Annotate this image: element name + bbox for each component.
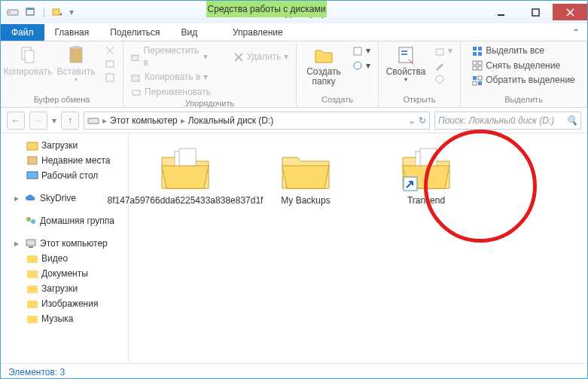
svg-rect-27 (473, 61, 477, 65)
tree-music[interactable]: Музыка (1, 311, 128, 326)
ribbon-toggle-icon[interactable]: ⌃ (565, 24, 587, 41)
tree-downloads[interactable]: Загрузки (1, 138, 128, 153)
rename-button[interactable]: Переименовать (129, 86, 212, 99)
paste-button[interactable]: Вставить▾ (55, 44, 97, 84)
refresh-icon[interactable]: ↻ (419, 115, 426, 126)
nav-bar: ← → ▾ ↑ ▸ Этот компьютер ▸ Локальный дис… (1, 108, 587, 133)
new-item-button[interactable]: ▾ (351, 44, 372, 58)
tree-documents[interactable]: Документы (1, 266, 128, 281)
group-select: Выделить все Снять выделение Обратить вы… (461, 41, 587, 107)
new-window-icon[interactable] (25, 6, 37, 18)
tree-videos[interactable]: Видео (1, 251, 128, 266)
item-count: Элементов: 3 (8, 367, 65, 377)
copy-path-button[interactable] (103, 58, 117, 70)
group-open: Свойства▾ ▾ Открыть (379, 41, 461, 107)
crumb-thispc[interactable]: Этот компьютер (110, 115, 178, 126)
tab-view[interactable]: Вид (170, 24, 208, 41)
svg-rect-28 (478, 61, 482, 65)
svg-rect-33 (478, 76, 482, 80)
rename-icon (131, 87, 142, 98)
svg-rect-14 (132, 75, 139, 81)
svg-rect-4 (53, 9, 59, 15)
folder-item[interactable]: Trancend (377, 147, 475, 206)
close-button[interactable] (553, 4, 587, 20)
search-icon: 🔍 (566, 115, 577, 126)
copy-to-button[interactable]: Копировать в ▾ (129, 71, 209, 84)
tab-share[interactable]: Поделиться (99, 24, 170, 41)
svg-rect-35 (88, 118, 99, 124)
back-button[interactable]: ← (7, 112, 25, 130)
invert-selection-button[interactable]: Обратить выделение (471, 74, 577, 87)
svg-rect-3 (26, 8, 34, 10)
search-box[interactable]: Поиск: Локальный диск (D:) 🔍 (434, 112, 581, 130)
minimize-button[interactable] (483, 4, 518, 20)
folder-icon (26, 252, 38, 264)
tree-desktop[interactable]: Рабочий стол (1, 168, 128, 183)
crumb-drive[interactable]: Локальный диск (D:) (188, 115, 274, 126)
open-icon (434, 46, 445, 57)
tree-recent[interactable]: Недавние места (1, 153, 128, 168)
paste-shortcut-button[interactable] (103, 72, 117, 84)
edit-button[interactable] (433, 60, 454, 72)
svg-rect-44 (27, 270, 38, 278)
tree-pictures[interactable]: Изображения (1, 296, 128, 311)
path-icon (105, 59, 115, 69)
drive-icon (7, 6, 19, 18)
folder-item[interactable]: 8f147a59766dda6225433a838e837d1f (136, 147, 234, 206)
forward-button[interactable]: → (29, 112, 47, 130)
dropdown-icon[interactable]: ⌄ (408, 115, 416, 126)
cut-button[interactable] (103, 44, 117, 57)
tab-manage[interactable]: Управление (222, 24, 294, 41)
file-pane[interactable]: 8f147a59766dda6225433a838e837d1f My Back… (129, 133, 587, 363)
svg-rect-10 (73, 46, 79, 49)
paste-icon (66, 44, 87, 66)
move-to-button[interactable]: Переместить в ▾ (129, 44, 209, 69)
svg-rect-26 (478, 52, 482, 56)
delete-button[interactable]: Удалить ▾ (232, 44, 291, 69)
select-all-button[interactable]: Выделить все (471, 44, 546, 58)
svg-point-1 (9, 12, 11, 14)
svg-rect-38 (27, 172, 38, 179)
svg-rect-16 (354, 47, 361, 55)
cut-icon (105, 45, 115, 56)
chevron-icon[interactable]: ▸ (181, 115, 185, 126)
properties-button[interactable]: Свойства▾ (385, 44, 427, 84)
tree-thispc[interactable]: ▸Этот компьютер (1, 236, 128, 251)
folder-icon (26, 139, 38, 151)
tree-homegroup[interactable]: Домашняя группа (1, 213, 128, 228)
recent-menu[interactable]: ▾ (52, 115, 56, 126)
maximize-button[interactable] (518, 4, 553, 20)
invert-icon (472, 75, 483, 86)
tree-downloads2[interactable]: Загрузки (1, 281, 128, 296)
history-button[interactable] (433, 73, 454, 85)
chevron-icon[interactable]: ▸ (102, 115, 107, 126)
svg-rect-41 (26, 240, 35, 246)
svg-rect-15 (133, 90, 140, 95)
svg-rect-12 (106, 74, 114, 81)
dropdown-icon[interactable] (51, 6, 63, 18)
easy-access-button[interactable]: ▾ (351, 60, 372, 73)
move-icon (131, 52, 141, 63)
newitem-icon (352, 46, 363, 57)
selectall-icon (472, 46, 483, 57)
copyto-icon (131, 72, 142, 83)
svg-rect-36 (27, 142, 38, 150)
svg-rect-37 (28, 157, 37, 164)
selectnone-icon (472, 60, 483, 71)
copy-button[interactable]: Копировать (7, 44, 49, 77)
up-button[interactable]: ↑ (61, 112, 79, 130)
new-folder-button[interactable]: Создать папку (303, 44, 345, 87)
tab-home[interactable]: Главная (44, 24, 100, 41)
svg-rect-25 (473, 52, 477, 56)
tab-file[interactable]: Файл (1, 24, 44, 41)
svg-rect-42 (29, 246, 33, 248)
nav-tree[interactable]: Загрузки Недавние места Рабочий стол ▸Sk… (1, 133, 129, 363)
svg-rect-6 (532, 9, 539, 16)
select-none-button[interactable]: Снять выделение (471, 60, 562, 73)
folder-item[interactable]: My Backups (257, 147, 355, 206)
desktop-icon (26, 170, 38, 182)
open-button[interactable]: ▾ (433, 44, 454, 58)
svg-rect-43 (27, 255, 38, 263)
address-bar[interactable]: ▸ Этот компьютер ▸ Локальный диск (D:) ⌄… (84, 112, 430, 130)
delete-icon (233, 52, 244, 63)
